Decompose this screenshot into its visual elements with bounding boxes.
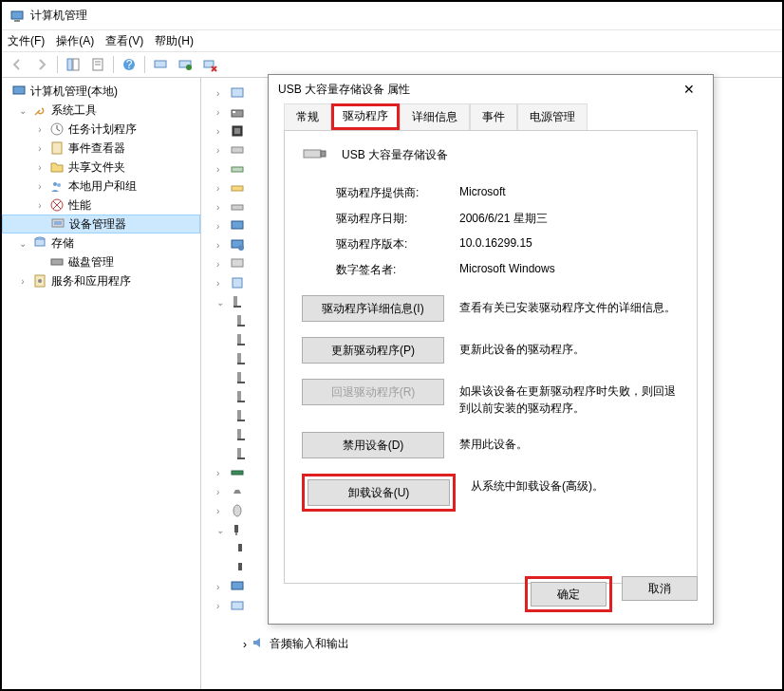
expand-icon[interactable]: › bbox=[34, 200, 46, 211]
tree-diskmgmt[interactable]: 磁盘管理 bbox=[2, 252, 200, 271]
device-item[interactable] bbox=[216, 349, 264, 368]
menu-file[interactable]: 文件(F) bbox=[8, 33, 45, 49]
tree-services[interactable]: › 服务和应用程序 bbox=[2, 271, 200, 290]
update-driver-button[interactable]: 更新驱动程序(P) bbox=[302, 337, 444, 364]
svg-rect-26 bbox=[232, 88, 243, 97]
svg-rect-22 bbox=[35, 239, 45, 246]
device-category[interactable]: › bbox=[216, 254, 264, 273]
tree-storage[interactable]: ⌄ 存储 bbox=[2, 233, 200, 252]
app-icon bbox=[9, 9, 25, 24]
tree-label: 系统工具 bbox=[51, 103, 97, 119]
tree-users[interactable]: › 本地用户和组 bbox=[2, 177, 200, 196]
tree-root[interactable]: 计算机管理(本地) bbox=[2, 82, 200, 101]
info-signer: 数字签名者:Microsoft Windows bbox=[336, 262, 680, 278]
device-category[interactable]: › bbox=[216, 501, 264, 520]
device-item[interactable] bbox=[216, 425, 264, 444]
event-icon bbox=[49, 140, 65, 156]
tree-shares[interactable]: › 共享文件夹 bbox=[2, 158, 200, 177]
tab-details[interactable]: 详细信息 bbox=[400, 103, 470, 130]
device-category[interactable]: › bbox=[216, 178, 264, 197]
tree-device-manager[interactable]: 设备管理器 bbox=[2, 215, 200, 233]
device-item[interactable] bbox=[216, 368, 264, 387]
svg-rect-48 bbox=[237, 372, 241, 382]
back-button[interactable] bbox=[6, 54, 28, 75]
show-hide-button[interactable] bbox=[62, 54, 84, 75]
expand-icon[interactable]: › bbox=[34, 181, 46, 192]
device-category[interactable]: › bbox=[216, 596, 264, 615]
svg-point-16 bbox=[53, 182, 57, 186]
device-category[interactable]: ⌄ bbox=[216, 292, 264, 311]
tree-label: 任务计划程序 bbox=[68, 121, 137, 138]
menu-action[interactable]: 操作(A) bbox=[56, 33, 94, 49]
menu-help[interactable]: 帮助(H) bbox=[155, 33, 194, 49]
tree-performance[interactable]: › 性能 bbox=[2, 196, 200, 215]
tree-label: 设备管理器 bbox=[69, 216, 126, 233]
tree-eventviewer[interactable]: › 事件查看器 bbox=[2, 139, 200, 158]
svg-rect-58 bbox=[232, 471, 243, 475]
svg-rect-62 bbox=[238, 544, 242, 551]
svg-point-59 bbox=[233, 505, 241, 516]
svg-rect-35 bbox=[232, 221, 243, 229]
info-date: 驱动程序日期:2006/6/21 星期三 bbox=[336, 211, 680, 227]
device-item[interactable] bbox=[216, 444, 264, 463]
window-titlebar: 计算机管理 bbox=[2, 2, 782, 30]
cancel-button[interactable]: 取消 bbox=[622, 576, 698, 601]
device-category[interactable]: › bbox=[216, 577, 264, 596]
device-category-list: › › › › › › › › › › › ⌄ › › › ⌄ › bbox=[216, 84, 264, 615]
properties-button[interactable] bbox=[86, 54, 109, 75]
device-item[interactable] bbox=[216, 330, 264, 349]
device-item[interactable] bbox=[216, 387, 264, 406]
device-category[interactable]: › bbox=[216, 463, 264, 482]
collapse-icon[interactable]: ⌄ bbox=[17, 105, 28, 116]
device-category[interactable]: › bbox=[216, 273, 264, 292]
refresh-button[interactable] bbox=[174, 54, 196, 75]
uninstall-button[interactable] bbox=[198, 54, 221, 75]
driver-details-button[interactable]: 驱动程序详细信息(I) bbox=[302, 295, 444, 322]
svg-rect-0 bbox=[11, 11, 23, 19]
expand-icon[interactable]: › bbox=[17, 276, 28, 287]
svg-rect-13 bbox=[13, 86, 25, 94]
tab-general[interactable]: 常规 bbox=[284, 103, 331, 130]
folder-icon bbox=[49, 159, 65, 175]
device-category[interactable]: › bbox=[216, 197, 264, 216]
tree-systools[interactable]: ⌄ 系统工具 bbox=[2, 101, 200, 120]
menu-view[interactable]: 查看(V) bbox=[105, 33, 143, 49]
tree-scheduler[interactable]: › 任务计划程序 bbox=[2, 120, 200, 139]
collapse-icon[interactable]: ⌄ bbox=[17, 238, 28, 249]
device-category[interactable]: › bbox=[216, 84, 264, 103]
device-category[interactable]: › bbox=[216, 103, 264, 121]
uninstall-device-button[interactable]: 卸载设备(U) bbox=[308, 479, 450, 506]
svg-rect-1 bbox=[14, 20, 20, 22]
disable-device-button[interactable]: 禁用设备(D) bbox=[302, 432, 444, 458]
svg-rect-53 bbox=[237, 420, 245, 421]
svg-rect-52 bbox=[237, 410, 241, 420]
device-category[interactable]: › bbox=[216, 482, 264, 501]
tab-power[interactable]: 电源管理 bbox=[517, 103, 588, 130]
help-button[interactable]: ? bbox=[118, 54, 140, 75]
device-item[interactable] bbox=[216, 406, 264, 425]
expand-icon[interactable]: › bbox=[243, 638, 247, 651]
device-category[interactable]: › bbox=[216, 140, 264, 159]
expand-icon[interactable]: › bbox=[34, 124, 46, 135]
ok-button[interactable]: 确定 bbox=[531, 582, 607, 607]
device-category[interactable]: › bbox=[216, 159, 264, 178]
tab-events[interactable]: 事件 bbox=[470, 103, 517, 130]
device-category[interactable]: › bbox=[216, 121, 264, 140]
device-category[interactable]: ⌄ bbox=[216, 520, 264, 539]
device-audio-category[interactable]: › 音频输入和输出 bbox=[243, 635, 349, 653]
tree-label: 事件查看器 bbox=[68, 140, 125, 157]
forward-button[interactable] bbox=[30, 54, 53, 75]
svg-rect-23 bbox=[51, 259, 63, 265]
properties-dialog: USB 大容量存储设备 属性 ✕ 常规 驱动程序 详细信息 事件 电源管理 US… bbox=[268, 74, 714, 625]
expand-icon[interactable]: › bbox=[34, 162, 46, 173]
scan-button[interactable] bbox=[149, 54, 172, 75]
dialog-title: USB 大容量存储设备 属性 bbox=[278, 82, 410, 98]
device-item[interactable] bbox=[216, 311, 264, 330]
device-item[interactable] bbox=[216, 539, 264, 558]
device-category[interactable]: › bbox=[216, 235, 264, 254]
device-category[interactable]: › bbox=[216, 216, 264, 235]
close-button[interactable]: ✕ bbox=[675, 82, 703, 97]
tab-driver[interactable]: 驱动程序 bbox=[331, 103, 400, 130]
expand-icon[interactable]: › bbox=[34, 143, 46, 154]
device-item[interactable] bbox=[216, 558, 264, 577]
